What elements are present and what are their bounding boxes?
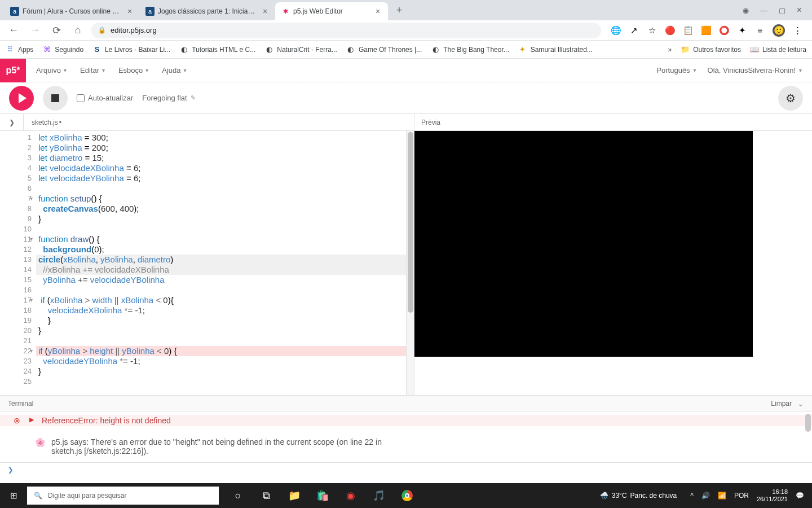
stop-button[interactable] bbox=[43, 86, 68, 111]
language-selector[interactable]: Português▼ bbox=[656, 66, 697, 75]
preview-header: Prévia bbox=[414, 114, 812, 131]
window-controls: ◉ — ▢ × bbox=[732, 0, 812, 20]
share-icon[interactable]: ↗ bbox=[628, 25, 639, 36]
reading-list[interactable]: 📖Lista de leitura bbox=[750, 45, 806, 54]
p5-toolbar: Auto-atualizar Foregoing flat ✎ ⚙ bbox=[0, 82, 812, 114]
scrollbar-vertical[interactable] bbox=[406, 131, 414, 395]
close-icon[interactable]: × bbox=[373, 7, 382, 16]
explorer-icon[interactable]: 📁 bbox=[281, 483, 308, 508]
browser-tab-2[interactable]: ✱ p5.js Web Editor × bbox=[275, 2, 388, 20]
avatar-icon[interactable]: 🙂 bbox=[773, 24, 785, 37]
language-indicator[interactable]: POR bbox=[734, 492, 749, 500]
menu-icon[interactable]: ⋮ bbox=[792, 25, 803, 36]
bookmark-item[interactable]: ◐Game Of Thrones |... bbox=[346, 45, 422, 54]
tray-chevron-icon[interactable]: ^ bbox=[690, 492, 694, 500]
clock[interactable]: 16:18 26/11/2021 bbox=[757, 488, 788, 503]
store-icon[interactable]: 🛍️ bbox=[309, 483, 336, 508]
puzzle-icon[interactable]: ✦ bbox=[736, 25, 748, 36]
menu-arquivo[interactable]: Arquivo▼ bbox=[36, 66, 68, 75]
close-window-icon[interactable]: × bbox=[797, 5, 802, 15]
terminal-input[interactable]: ❯ bbox=[0, 462, 812, 477]
ext-icon[interactable]: 📋 bbox=[682, 25, 694, 36]
user-menu[interactable]: Olá, ViniciusSilveira-Ronin!▼ bbox=[708, 66, 803, 75]
apps-button[interactable]: ⠿Apps bbox=[6, 45, 33, 54]
file-tab-sketch[interactable]: sketch.js• bbox=[24, 114, 69, 131]
volume-icon[interactable]: 🔊 bbox=[701, 492, 710, 500]
cortana-icon[interactable]: ○ bbox=[224, 483, 251, 508]
samurai-icon: ✦ bbox=[518, 45, 527, 54]
p5-logo[interactable]: p5* bbox=[0, 59, 26, 82]
new-tab-button[interactable]: + bbox=[391, 2, 407, 18]
search-icon: 🔍 bbox=[34, 492, 42, 500]
bm-label: The Big Bang Theor... bbox=[443, 46, 509, 54]
globe-icon: ◐ bbox=[346, 45, 355, 54]
chrome-icon[interactable] bbox=[394, 483, 421, 508]
s-icon: S bbox=[92, 45, 102, 54]
weather-widget[interactable]: 🌧️ 33°C Panc. de chuva bbox=[600, 492, 677, 500]
minimize-icon[interactable]: — bbox=[760, 6, 767, 15]
close-icon[interactable]: × bbox=[125, 7, 134, 16]
terminal-error-line: ⊗ ▶ ReferenceError: height is not define… bbox=[0, 415, 812, 426]
ext-icon[interactable]: ⭕ bbox=[718, 25, 730, 36]
forward-button[interactable]: → bbox=[27, 23, 43, 38]
sketch-name[interactable]: Foregoing flat ✎ bbox=[142, 94, 196, 102]
itunes-icon[interactable]: 🎵 bbox=[365, 483, 392, 508]
list-icon[interactable]: ≡ bbox=[754, 25, 766, 36]
network-icon[interactable]: 📶 bbox=[718, 492, 726, 500]
more-bookmarks-icon[interactable]: » bbox=[668, 46, 672, 54]
favicon-alura-icon: a bbox=[10, 7, 19, 16]
error-message: ReferenceError: height is not defined bbox=[42, 416, 804, 425]
browser-tab-1[interactable]: a Jogos clássicos parte 1: Iniciando × bbox=[140, 2, 275, 20]
settings-button[interactable]: ⚙ bbox=[778, 86, 803, 111]
star-icon[interactable]: ☆ bbox=[646, 25, 657, 36]
pencil-icon[interactable]: ✎ bbox=[191, 94, 196, 102]
menu-ajuda[interactable]: Ajuda▼ bbox=[162, 66, 187, 75]
line-gutter: 1234567891011121314151617181920212223242… bbox=[0, 131, 36, 395]
editor-area: ❯ sketch.js• 123456789101112131415161718… bbox=[0, 114, 812, 395]
scrollbar-thumb[interactable] bbox=[408, 132, 413, 313]
apps-icon: ⠿ bbox=[6, 45, 15, 54]
gear-icon: ⚙ bbox=[785, 91, 796, 105]
taskbar-search[interactable]: 🔍 Digite aqui para pesquisar bbox=[27, 487, 219, 505]
reload-button[interactable]: ⟳ bbox=[48, 23, 64, 38]
ext-icon[interactable]: 🔴 bbox=[664, 25, 676, 36]
menu-editar[interactable]: Editar▼ bbox=[80, 66, 106, 75]
bookmark-item[interactable]: ⌘Seguindo bbox=[42, 45, 83, 54]
sidebar-toggle[interactable]: ❯ bbox=[0, 114, 24, 131]
menu-label: Arquivo bbox=[36, 66, 61, 75]
bookmark-item[interactable]: ◐The Big Bang Theor... bbox=[431, 45, 509, 54]
bookmark-item[interactable]: ◐NaturalCrit - Ferra... bbox=[264, 45, 337, 54]
other-bookmarks[interactable]: 📁Outros favoritos bbox=[681, 45, 741, 54]
ext-icon[interactable]: 🟧 bbox=[700, 25, 712, 36]
bookmark-item[interactable]: ✦Samurai Illustrated... bbox=[518, 45, 593, 54]
bookmark-item[interactable]: ◐Tutoriais HTML e C... bbox=[179, 45, 255, 54]
play-button[interactable] bbox=[9, 86, 34, 111]
auto-refresh-checkbox[interactable] bbox=[77, 94, 85, 102]
code-lines[interactable]: let xBolinha = 300;let yBolinha = 200;le… bbox=[36, 131, 406, 395]
code-editor[interactable]: 1234567891011121314151617181920212223242… bbox=[0, 131, 414, 395]
maximize-icon[interactable]: ▢ bbox=[779, 6, 785, 15]
chevron-down-icon: ▼ bbox=[144, 68, 149, 73]
close-icon[interactable]: × bbox=[261, 7, 270, 16]
notifications-icon[interactable]: 💬 bbox=[796, 492, 804, 500]
scrollbar-thumb[interactable] bbox=[805, 414, 811, 432]
app-icon[interactable]: ◉ bbox=[337, 483, 364, 508]
auto-refresh-toggle[interactable]: Auto-atualizar bbox=[77, 94, 133, 102]
address-bar[interactable]: 🔒 editor.p5js.org bbox=[91, 23, 601, 38]
task-view-icon[interactable]: ⧉ bbox=[253, 483, 280, 508]
start-button[interactable]: ⊞ bbox=[0, 483, 27, 508]
home-button[interactable]: ⌂ bbox=[70, 23, 86, 38]
account-icon[interactable]: ◉ bbox=[743, 6, 749, 15]
back-button[interactable]: ← bbox=[6, 23, 21, 38]
system-tray: 🌧️ 33°C Panc. de chuva ^ 🔊 📶 POR 16:18 2… bbox=[592, 488, 812, 503]
bookmark-item[interactable]: SLe Livros - Baixar Li... bbox=[92, 45, 170, 54]
modified-indicator: • bbox=[59, 119, 61, 126]
caret-icon: ▶ bbox=[27, 416, 36, 423]
clear-button[interactable]: Limpar bbox=[771, 400, 792, 408]
terminal-header: Terminal Limpar ⌄ bbox=[0, 396, 812, 411]
browser-tab-0[interactable]: a Fórum | Alura - Cursos online de ... × bbox=[5, 2, 140, 20]
chevron-down-icon[interactable]: ⌄ bbox=[797, 399, 804, 408]
windows-taskbar: ⊞ 🔍 Digite aqui para pesquisar ○ ⧉ 📁 🛍️ … bbox=[0, 483, 812, 508]
menu-esboco[interactable]: Esboço▼ bbox=[118, 66, 149, 75]
translate-icon[interactable]: 🌐 bbox=[610, 25, 621, 36]
